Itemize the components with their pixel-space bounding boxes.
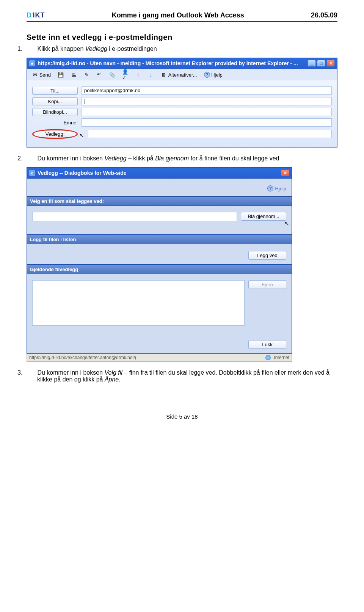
send-icon: ✉	[32, 72, 38, 78]
save-button[interactable]: 💾	[55, 71, 66, 79]
step-text: Du kommer inn i boksen	[37, 155, 104, 162]
maximize-button[interactable]: □	[317, 60, 325, 67]
step-em: Åpne	[105, 376, 119, 383]
status-url: https://mlg.d-ikt.no/exchange/fetter.ant…	[29, 355, 262, 360]
step-number: 2.	[27, 155, 36, 162]
sign-button[interactable]: ✎	[81, 71, 92, 79]
step-text: for å finne filen du skal legge ved	[189, 155, 279, 162]
attach-file-button[interactable]: Legg ved	[248, 251, 286, 260]
attachment-button[interactable]: Vedlegg:	[32, 129, 78, 139]
to-field[interactable]: politikersupport@drmk.no	[82, 86, 332, 95]
step-text: .	[119, 376, 120, 383]
remove-button[interactable]: Fjern	[248, 280, 286, 289]
cc-field[interactable]: |	[82, 97, 332, 105]
signature-icon: ✎	[83, 72, 89, 78]
bcc-button[interactable]: Blindkopi...	[32, 108, 78, 116]
ie-icon: e	[29, 60, 35, 66]
help-icon: ?	[267, 185, 273, 191]
browse-button[interactable]: Bla gjennom...	[241, 212, 286, 221]
spellcheck-button[interactable]: ᴬᴮ	[94, 71, 105, 79]
section-heading: Sette inn et vedlegg i e-postmeldingen	[27, 33, 337, 42]
paperclip-icon: 📎	[109, 72, 115, 78]
section-add-file: Legg til filen i listen	[27, 235, 292, 244]
bcc-field[interactable]	[82, 108, 332, 116]
step-text: Klikk på knappen	[37, 46, 85, 52]
step-number: 3.	[27, 369, 36, 376]
step-1: 1. Klikk på knappen Vedlegg i e-postmeld…	[37, 46, 337, 52]
page-title: Komme i gang med Outlook Web Access	[112, 11, 244, 19]
logo-ikt: IKT	[33, 11, 45, 19]
attachment-list[interactable]	[32, 280, 245, 326]
close-dialog-button[interactable]: Lukk	[248, 340, 286, 349]
step-3: 3. Du kommer inn i boksen Velg fil – fin…	[37, 369, 337, 383]
close-button[interactable]: ✕	[326, 60, 335, 67]
step-em: Velg fil	[104, 369, 122, 376]
attach-button[interactable]: 📎	[107, 71, 118, 79]
logo: D'IKT	[27, 11, 45, 19]
spellcheck-icon: ᴬᴮ	[96, 72, 102, 78]
step-em: Vedlegg	[104, 155, 126, 162]
help-label: Hjelp	[275, 186, 286, 191]
names-button[interactable]: 👤✓	[119, 71, 131, 79]
logo-d: D	[27, 11, 31, 19]
step-number: 1.	[27, 46, 36, 52]
subject-label: Emne:	[32, 119, 78, 126]
to-button[interactable]: Til...	[32, 87, 78, 95]
dialog-body: ? Hjelp	[27, 179, 292, 196]
status-bar: https://mlg.d-ikt.no/exchange/fetter.ant…	[27, 354, 292, 362]
dialog-titlebar: e Vedlegg -- Dialogboks for Web-side ✕	[27, 167, 292, 179]
status-zone: Internet	[274, 355, 289, 360]
section-select-file: Velg en fil som skal legges ved:	[27, 196, 292, 206]
ie-icon: e	[29, 170, 35, 176]
file-path-input[interactable]	[32, 212, 237, 221]
compose-form: Til... politikersupport@drmk.no Kopi... …	[27, 80, 337, 148]
page-header: D'IKT Komme i gang med Outlook Web Acces…	[27, 11, 337, 22]
help-icon: ?	[204, 72, 210, 78]
cursor-icon: ↖	[79, 132, 84, 139]
screenshot-compose-window: e https://mlg.d-ikt.no - Uten navn - mel…	[27, 58, 337, 148]
priority-high-button[interactable]: !	[132, 71, 144, 79]
step-em: Vedlegg	[85, 46, 107, 52]
step-text: – klikk på	[127, 155, 155, 162]
cc-button[interactable]: Kopi...	[32, 97, 78, 105]
print-icon: 🖶	[71, 72, 77, 78]
page-footer: Side 5 av 18	[27, 413, 337, 420]
priority-high-icon: !	[135, 72, 141, 78]
step-2: 2. Du kommer inn i boksen Vedlegg – klik…	[37, 155, 337, 162]
window-titlebar: e https://mlg.d-ikt.no - Uten navn - mel…	[27, 58, 337, 69]
subject-field[interactable]	[82, 118, 332, 127]
priority-low-button[interactable]: ↓	[145, 71, 157, 79]
step-text: Du kommer inn i boksen	[37, 369, 104, 376]
save-icon: 💾	[58, 72, 64, 78]
minimize-button[interactable]: _	[308, 60, 316, 67]
globe-icon	[265, 355, 271, 360]
close-button[interactable]: ✕	[281, 169, 289, 176]
window-title: https://mlg.d-ikt.no - Uten navn - meldi…	[38, 60, 308, 66]
print-button[interactable]: 🖶	[68, 71, 79, 79]
help-button[interactable]: ? Hjelp	[201, 71, 225, 79]
page-date: 26.05.09	[311, 11, 337, 19]
help-link[interactable]: ? Hjelp	[267, 185, 286, 191]
attachment-field[interactable]	[88, 130, 332, 138]
priority-low-icon: ↓	[148, 72, 154, 78]
step-text: i e-postmeldingen	[107, 46, 157, 52]
note-icon: 🗎	[161, 72, 167, 78]
compose-toolbar: ✉ Send 💾 🖶 ✎ ᴬᴮ 📎 👤✓ ! ↓ 🗎 Alternativer.…	[27, 69, 337, 80]
screenshot-attachment-dialog: e Vedlegg -- Dialogboks for Web-side ✕ ?…	[27, 167, 292, 362]
step-em: Bla gjennom	[155, 155, 189, 162]
dialog-title: Vedlegg -- Dialogboks for Web-side	[38, 170, 281, 176]
send-button[interactable]: ✉ Send	[29, 71, 53, 79]
cursor-icon: ↖	[284, 220, 289, 227]
options-button[interactable]: 🗎 Alternativer...	[158, 71, 200, 79]
names-check-icon: 👤✓	[122, 72, 128, 78]
section-current-attachments: Gjeldende filvedlegg	[27, 265, 292, 274]
